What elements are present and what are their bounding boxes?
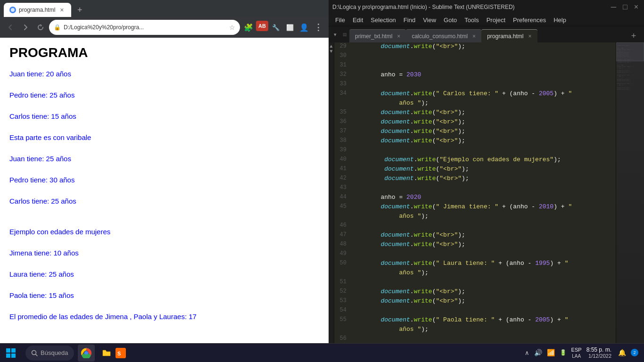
code-line-53: 53 document.write("<br>");: [334, 297, 616, 306]
code-line-35: 35 document.write("<br>");: [334, 108, 616, 118]
editor-tab-primer-label: primer_txt.html: [355, 33, 392, 40]
new-tab-button[interactable]: +: [73, 3, 86, 16]
svg-line-8: [36, 354, 38, 356]
battery-icon[interactable]: 🔋: [560, 349, 567, 356]
wifi-icon[interactable]: 📶: [547, 349, 555, 356]
svg-rect-5: [6, 354, 10, 358]
page-line-8: Ejemplo con edades de mujeres: [9, 228, 319, 236]
browser-tab-close[interactable]: ×: [58, 6, 66, 14]
browser-actions: 🧩 AB 🔧 ⬜ 👤 ⋮: [242, 21, 325, 34]
editor-titlebar: D:\Logica y pro\programa.html (Inicio) -…: [329, 0, 644, 14]
svg-rect-6: [11, 354, 16, 358]
code-line-50a: 50 document.write(" Laura tiene: " + (an…: [334, 259, 616, 269]
profile-button[interactable]: 👤: [297, 21, 311, 34]
minimize-button[interactable]: ─: [609, 3, 618, 11]
code-line-36: 36 document.write("<br>");: [334, 118, 616, 127]
code-line-56: 56: [334, 335, 616, 344]
menu-file[interactable]: File: [331, 14, 349, 26]
forward-button[interactable]: [19, 21, 32, 34]
editor-body: ▲ ▼ 29 document.write("<br>"); 30 31: [329, 42, 644, 351]
start-button[interactable]: [4, 346, 18, 360]
code-line-50b: años ");: [334, 269, 616, 278]
editor-tab-programa[interactable]: programa.html ×: [481, 29, 537, 42]
speaker-icon[interactable]: 🔊: [534, 349, 542, 356]
spacer-4: [9, 145, 319, 151]
spacer-6: [9, 188, 319, 193]
menu-tools[interactable]: Tools: [461, 14, 482, 26]
code-line-45b: años ");: [334, 212, 616, 222]
code-line-37: 37 document.write("<br>");: [334, 127, 616, 137]
editor-menubar: File Edit Selection Find View Goto Tools…: [329, 14, 644, 26]
taskbar-search[interactable]: Búsqueda: [25, 346, 74, 361]
code-line-47: 47 document.write("<br>");: [334, 231, 616, 240]
code-line-51: 51: [334, 278, 616, 288]
browser-tab-bar: programa.html × +: [0, 0, 329, 17]
fold-toggle[interactable]: ▾: [330, 26, 340, 42]
editor-tab-primer-close[interactable]: ×: [397, 33, 400, 40]
code-line-55a: 55 document.write(" Paola tiene: " + (an…: [334, 316, 616, 325]
menu-button[interactable]: ⋮: [312, 21, 325, 34]
code-line-45a: 45 document.write(" Jimena tiene: " + (a…: [334, 203, 616, 212]
clock[interactable]: 8:55 p. m. 1/12/2022: [586, 346, 611, 359]
reload-button[interactable]: [34, 21, 47, 34]
fold-icon[interactable]: ▤: [340, 26, 349, 42]
svg-rect-3: [6, 348, 10, 353]
browser-tab-active[interactable]: programa.html ×: [4, 3, 71, 17]
svg-rect-4: [11, 348, 16, 353]
code-line-54: 54: [334, 306, 616, 316]
ab-icon[interactable]: AB: [256, 21, 268, 31]
editor-tab-programa-close[interactable]: ×: [528, 33, 532, 40]
menu-edit[interactable]: Edit: [349, 14, 367, 26]
maximize-button[interactable]: □: [621, 3, 629, 11]
code-line-30: 30: [334, 52, 616, 61]
menu-help[interactable]: Help: [550, 14, 570, 26]
fold-down[interactable]: ▼: [329, 49, 334, 54]
code-editor[interactable]: 29 document.write("<br>"); 30 31 32 anho…: [334, 42, 616, 351]
menu-goto[interactable]: Goto: [440, 14, 461, 26]
back-button[interactable]: [4, 21, 17, 34]
code-line-52: 52 document.write("<br>");: [334, 288, 616, 297]
editor-tab-calculo-close[interactable]: ×: [472, 33, 476, 40]
menu-view[interactable]: View: [419, 14, 440, 26]
puzzle-icon[interactable]: 🔧: [269, 21, 282, 34]
page-line-3: Carlos tiene: 15 años: [9, 112, 319, 120]
search-icon: [31, 350, 38, 356]
menu-find[interactable]: Find: [400, 14, 419, 26]
svg-text:S: S: [117, 351, 121, 356]
browser-content: PROGRAMA Juan tiene: 20 años Pedro tiene…: [0, 38, 329, 362]
fold-up[interactable]: ▲: [329, 43, 334, 49]
spacer-3: [9, 124, 319, 130]
menu-preferences[interactable]: Preferences: [509, 14, 550, 26]
clock-time: 8:55 p. m.: [586, 346, 611, 353]
menu-project[interactable]: Project: [483, 14, 509, 26]
code-line-33: 33: [334, 80, 616, 90]
editor-add-tab-button[interactable]: +: [627, 29, 640, 42]
address-text: D:/Logica%20y%20pro/progra...: [64, 24, 226, 31]
notification-count: 2: [631, 349, 638, 356]
taskbar-filemanager-icon[interactable]: [99, 346, 114, 360]
code-line-55b: años ");: [334, 325, 616, 335]
code-line-29: 29 document.write("<br>");: [334, 42, 616, 52]
editor-tab-primer[interactable]: primer_txt.html ×: [349, 29, 406, 42]
taskbar-sublime-icon[interactable]: S: [114, 346, 128, 360]
taskbar-chrome-icon[interactable]: [78, 345, 95, 362]
editor-tab-calculo[interactable]: calculo_consumo.html ×: [406, 29, 481, 42]
menu-selection[interactable]: Selection: [367, 14, 399, 26]
page-line-11: Paola tiene: 15 años: [9, 291, 319, 299]
code-line-43: 43: [334, 184, 616, 193]
page-line-4: Esta parte es con varibale: [9, 133, 319, 141]
code-line-44: 44 anho = 2020: [334, 193, 616, 203]
editor-title: D:\Logica y pro\programa.html (Inicio) -…: [332, 4, 605, 10]
notification-icon[interactable]: 🔔: [618, 349, 626, 356]
media-button[interactable]: ⬜: [283, 21, 297, 34]
fold-panel: ▲ ▼: [329, 42, 334, 351]
close-button[interactable]: ×: [632, 3, 640, 11]
browser-toolbar: 🔒 D:/Logica%20y%20pro/progra... ☆ 🧩 AB 🔧…: [0, 17, 329, 38]
extensions-button[interactable]: 🧩: [242, 21, 255, 34]
spacer-1: [9, 82, 319, 87]
language-display[interactable]: ESP LAA: [571, 346, 582, 359]
tray-expand-icon[interactable]: ∧: [525, 349, 529, 356]
code-line-49: 49: [334, 250, 616, 259]
taskbar-apps: [74, 345, 99, 362]
address-bar[interactable]: 🔒 D:/Logica%20y%20pro/progra... ☆: [49, 20, 240, 35]
